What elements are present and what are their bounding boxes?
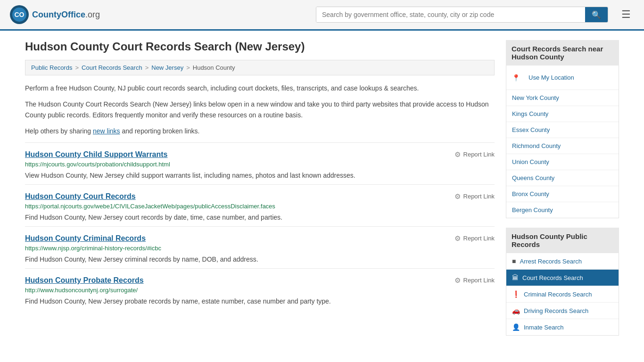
record-url[interactable]: https://portal.njcourts.gov/webe1/CIVILC… xyxy=(25,203,495,210)
public-records-item: 🏛Court Records Search xyxy=(506,270,619,286)
record-entry: Hudson County Child Support Warrants ⚙ R… xyxy=(25,142,495,184)
sidebar-item-icon: ❗ xyxy=(512,290,520,298)
breadcrumb-court-records[interactable]: Court Records Search xyxy=(82,64,142,71)
records-list: Hudson County Child Support Warrants ⚙ R… xyxy=(25,142,495,310)
search-button[interactable]: 🔍 xyxy=(585,7,608,22)
public-records-list: ■Arrest Records Search🏛Court Records Sea… xyxy=(506,253,619,336)
use-location-link[interactable]: Use My Location xyxy=(523,70,580,85)
nearby-county-item: Bergen County xyxy=(506,202,619,218)
report-link-icon: ⚙ xyxy=(454,234,461,243)
public-records-link[interactable]: ❗Criminal Records Search xyxy=(506,286,619,302)
record-entry: Hudson County Criminal Records ⚙ Report … xyxy=(25,226,495,268)
content-area: Hudson County Court Records Search (New … xyxy=(25,40,495,345)
use-location-item[interactable]: 📍 Use My Location xyxy=(506,66,619,90)
public-records-link[interactable]: 👤Inmate Search xyxy=(506,319,619,335)
public-records-link[interactable]: 🚗Driving Records Search xyxy=(506,303,619,319)
nearby-county-link[interactable]: Bronx County xyxy=(506,186,619,202)
nearby-county-item: Richmond County xyxy=(506,138,619,154)
report-link-label: Report Link xyxy=(463,193,495,200)
nearby-county-item: Queens County xyxy=(506,170,619,186)
breadcrumb-current: Hudson County xyxy=(193,64,235,71)
record-title[interactable]: Hudson County Court Records xyxy=(25,192,136,201)
record-desc: Find Hudson County, New Jersey court rec… xyxy=(25,213,495,222)
public-records-section-title: Hudson County Public Records xyxy=(506,228,619,253)
menu-button[interactable]: ☰ xyxy=(618,7,635,23)
main-container: Hudson County Court Records Search (New … xyxy=(16,31,628,354)
sidebar-item-label: Driving Records Search xyxy=(524,307,588,314)
sidebar-item-icon: 👤 xyxy=(512,323,520,331)
page-title: Hudson County Court Records Search (New … xyxy=(25,40,495,53)
svg-text:CO: CO xyxy=(15,11,25,18)
desc-paragraph-1: Perform a free Hudson County, NJ public … xyxy=(25,83,495,93)
record-header: Hudson County Criminal Records ⚙ Report … xyxy=(25,234,495,243)
record-title[interactable]: Hudson County Child Support Warrants xyxy=(25,150,168,159)
record-entry: Hudson County Court Records ⚙ Report Lin… xyxy=(25,184,495,226)
desc3-pre: Help others by sharing xyxy=(25,127,93,135)
nearby-county-link[interactable]: Kings County xyxy=(506,106,619,122)
record-url[interactable]: https://www.njsp.org/criminal-history-re… xyxy=(25,245,495,252)
logo-link[interactable]: CO CountyOffice.org xyxy=(9,5,100,25)
sidebar-item-label: Court Records Search xyxy=(522,274,583,281)
desc-paragraph-3: Help others by sharing new links and rep… xyxy=(25,126,495,136)
report-link-label: Report Link xyxy=(463,151,495,158)
logo-icon: CO xyxy=(9,5,29,25)
record-url[interactable]: https://njcourts.gov/courts/probation/ch… xyxy=(25,161,495,168)
report-link-label: Report Link xyxy=(463,235,495,242)
search-input[interactable] xyxy=(316,7,585,22)
breadcrumb-sep-1: > xyxy=(75,64,79,71)
report-link-button[interactable]: ⚙ Report Link xyxy=(454,276,495,285)
breadcrumb-public-records[interactable]: Public Records xyxy=(31,64,72,71)
sidebar-item-icon: 🏛 xyxy=(512,274,519,281)
search-bar: 🔍 xyxy=(316,7,608,23)
sidebar-item-icon: ■ xyxy=(512,257,516,265)
report-link-icon: ⚙ xyxy=(454,276,461,285)
record-header: Hudson County Probate Records ⚙ Report L… xyxy=(25,276,495,285)
sidebar-item-label: Criminal Records Search xyxy=(524,291,592,298)
nearby-section: Court Records Search near Hudson County … xyxy=(506,40,619,218)
sidebar-item-icon: 🚗 xyxy=(512,307,520,314)
nearby-county-link[interactable]: Richmond County xyxy=(506,138,619,154)
report-link-icon: ⚙ xyxy=(454,192,461,201)
nearby-county-item: Bronx County xyxy=(506,186,619,202)
nearby-county-item: New York County xyxy=(506,90,619,106)
nearby-county-item: Union County xyxy=(506,154,619,170)
breadcrumb: Public Records > Court Records Search > … xyxy=(25,60,495,75)
search-icon: 🔍 xyxy=(592,11,601,19)
breadcrumb-sep-2: > xyxy=(145,64,149,71)
page-header: CO CountyOffice.org 🔍 ☰ xyxy=(0,0,644,31)
report-link-label: Report Link xyxy=(463,277,495,284)
sidebar: Court Records Search near Hudson County … xyxy=(506,40,619,345)
public-records-item: ■Arrest Records Search xyxy=(506,253,619,270)
sidebar-item-label: Inmate Search xyxy=(524,324,564,331)
report-link-icon: ⚙ xyxy=(454,150,461,159)
record-desc: Find Hudson County, New Jersey probate r… xyxy=(25,296,495,306)
public-records-item: 👤Inmate Search xyxy=(506,319,619,335)
nearby-county-link[interactable]: Essex County xyxy=(506,122,619,138)
report-link-button[interactable]: ⚙ Report Link xyxy=(454,150,495,159)
nearby-county-item: Kings County xyxy=(506,106,619,122)
nearby-county-link[interactable]: Queens County xyxy=(506,170,619,186)
breadcrumb-new-jersey[interactable]: New Jersey xyxy=(151,64,183,71)
record-url[interactable]: http://www.hudsoncountynj.org/surrogate/ xyxy=(25,287,495,294)
record-entry: Hudson County Probate Records ⚙ Report L… xyxy=(25,268,495,310)
public-records-item: 🚗Driving Records Search xyxy=(506,303,619,319)
public-records-link[interactable]: 🏛Court Records Search xyxy=(506,270,619,286)
report-link-button[interactable]: ⚙ Report Link xyxy=(454,234,495,243)
new-links-link[interactable]: new links xyxy=(93,127,120,135)
nearby-county-item: Essex County xyxy=(506,122,619,138)
public-records-section: Hudson County Public Records ■Arrest Rec… xyxy=(506,228,619,336)
record-header: Hudson County Court Records ⚙ Report Lin… xyxy=(25,192,495,201)
record-title[interactable]: Hudson County Criminal Records xyxy=(25,234,146,243)
report-link-button[interactable]: ⚙ Report Link xyxy=(454,192,495,201)
breadcrumb-sep-3: > xyxy=(186,64,190,71)
record-title[interactable]: Hudson County Probate Records xyxy=(25,276,144,285)
nearby-county-link[interactable]: New York County xyxy=(506,90,619,106)
public-records-link[interactable]: ■Arrest Records Search xyxy=(506,253,619,269)
nearby-county-link[interactable]: Bergen County xyxy=(506,202,619,218)
record-desc: View Hudson County, New Jersey child sup… xyxy=(25,171,495,181)
nearby-counties-list: 📍 Use My Location New York CountyKings C… xyxy=(506,66,619,218)
nearby-county-link[interactable]: Union County xyxy=(506,154,619,170)
hamburger-icon: ☰ xyxy=(621,8,631,20)
public-records-item: ❗Criminal Records Search xyxy=(506,286,619,303)
desc3-post: and reporting broken links. xyxy=(120,127,200,135)
